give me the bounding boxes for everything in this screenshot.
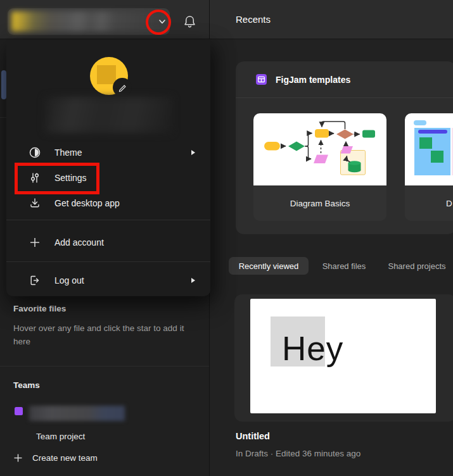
account-name-redacted [11,11,155,32]
menu-item-label: Log out [54,275,84,285]
sidebar-selected-item-edge[interactable] [1,70,6,99]
create-new-team-button[interactable]: Create new team [13,453,98,463]
submenu-arrow-icon [191,278,195,283]
thumb-bar [418,130,447,134]
menu-item-label: Add account [54,237,104,247]
sidebar-item-team-project[interactable]: Team project [36,432,85,441]
figjam-templates-banner: FigJam templates [236,61,453,234]
team-name-redacted[interactable] [29,406,125,421]
teams-heading: Teams [13,380,40,390]
thumb-square [431,151,443,163]
menu-item-log-out[interactable]: Log out [6,268,210,293]
figjam-templates-header: FigJam templates [236,61,453,98]
figjam-icon [256,74,267,85]
template-card-label: D [405,185,453,221]
menu-item-theme[interactable]: Theme [6,140,210,165]
file-thumbnail-canvas: Hey [250,299,436,413]
thumb-pill [414,120,426,125]
logout-icon [29,274,41,287]
thumb-panel [414,128,450,175]
file-title: Untitled [236,431,270,441]
theme-icon [29,146,41,159]
plus-icon [29,236,41,249]
annotation-highlight-circle-chevron [146,9,171,35]
avatar-graphic [97,65,116,84]
account-info-redacted [45,97,172,133]
annotation-highlight-rect-settings [15,163,99,194]
template-card-diagram-basics[interactable]: Diagram Basics [253,113,386,221]
template-card-2[interactable]: D [405,113,453,221]
menu-item-get-desktop-app[interactable]: Get desktop app [6,191,210,216]
template-thumbnail [405,113,453,185]
download-icon [29,197,41,210]
create-new-team-label: Create new team [32,453,98,463]
tab-shared-files[interactable]: Shared files [314,257,374,275]
template-thumbnail [253,113,386,185]
page-title: Recents [236,0,271,39]
sidebar-divider [0,366,209,366]
file-meta: In Drafts · Edited 36 minutes ago [236,449,360,458]
tab-recently-viewed[interactable]: Recently viewed [229,257,309,275]
favorite-files-heading: Favorite files [13,304,66,313]
menu-item-label: Get desktop app [54,198,120,208]
canvas-text: Hey [282,330,343,367]
menu-divider [6,261,210,262]
submenu-arrow-icon [191,150,195,155]
team-color-swatch [15,407,23,415]
pencil-icon [118,83,127,92]
flowchart-graphic [253,113,386,185]
thumb-square [419,137,432,149]
tab-shared-projects[interactable]: Shared projects [380,257,453,275]
figjam-templates-title: FigJam templates [276,75,350,85]
file-card-untitled[interactable]: Hey [234,294,453,422]
plus-icon [13,453,23,463]
menu-item-add-account[interactable]: Add account [6,230,210,255]
menu-divider [6,220,210,220]
favorite-files-hint: Hover over any file and click the star t… [13,322,198,348]
menu-item-label: Theme [54,147,82,158]
sidebar-section-divider [0,117,6,118]
edit-avatar-button[interactable] [113,78,132,97]
notifications-bell-icon[interactable] [183,15,196,30]
template-card-label: Diagram Basics [253,185,386,221]
